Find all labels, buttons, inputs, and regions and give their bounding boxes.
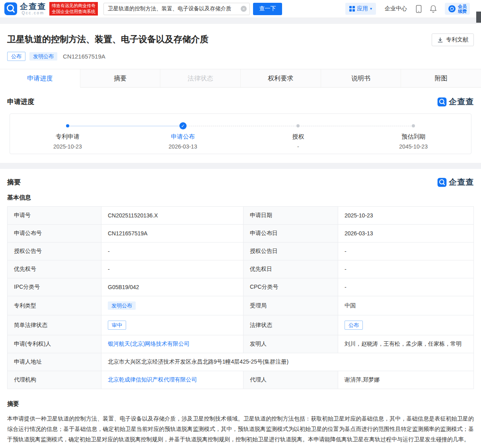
legal-status-tag: 公布: [345, 321, 363, 330]
timeline-step-date: -: [262, 143, 334, 150]
table-row: 申请公布号 CN121657519A 申请公布日 2026-03-13: [8, 225, 474, 243]
field-value: 2026-03-13: [338, 225, 474, 243]
search-button[interactable]: 查一下: [253, 3, 282, 15]
field-label: 优先权号: [8, 260, 101, 278]
table-row: 申请(专利权)人 银河航天(北京)网络技术有限公司 发明人 刘川，赵晓涛，王有松…: [8, 335, 474, 353]
agents-value: 谢清萍,郑梦娜: [338, 371, 474, 389]
timeline-dot-pending: [296, 124, 300, 127]
field-label: 授权公告号: [8, 243, 101, 260]
tab-application-progress[interactable]: 申请进度: [0, 69, 80, 88]
table-row: IPC分类号 G05B19/042 CPC分类号 -: [8, 278, 474, 296]
application-timeline: 专利申请 2025-10-23 ✓ 申请公布 2026-03-13 授权 - 预…: [10, 113, 471, 154]
search-box: ×: [103, 3, 250, 15]
progress-section-title: 申请进度: [7, 97, 34, 106]
patent-type-tag: 发明公布: [29, 52, 57, 61]
timeline-step-date: 2045-10-23: [378, 143, 449, 150]
field-label: 代理机构: [8, 371, 101, 389]
timeline-step-date: 2025-10-23: [32, 143, 103, 150]
tab-figures[interactable]: 附图: [401, 69, 481, 88]
qcc-watermark: 企查查: [437, 96, 474, 107]
field-label: 申请公布日: [243, 225, 338, 243]
field-value: 审中: [101, 315, 243, 335]
patent-title-section: 卫星轨道的控制方法、装置、电子设备以及存储介质 专利文献 公布 发明公布 CN1…: [0, 24, 481, 61]
applicant-company-link[interactable]: 银河航天(北京)网络技术有限公司: [108, 340, 189, 347]
field-value: 北京乾成律信知识产权代理有限公司: [101, 371, 243, 389]
field-value: CN121657519A: [101, 225, 243, 243]
abstract-text: 本申请提供一种卫星轨道的控制方法、装置、电子设备以及存储介质，涉及卫星控制技术领…: [0, 413, 481, 444]
publish-status-tag: 公布: [7, 52, 25, 61]
field-label: 法律状态: [243, 315, 338, 335]
simple-legal-status-tag: 审中: [108, 321, 126, 330]
table-row: 申请人地址 北京市大兴区北京经济技术开发区永昌北路9号1幢4层425-25号(集…: [8, 353, 474, 371]
field-value: -: [338, 260, 474, 278]
patent-document-label: 专利文献: [446, 36, 468, 43]
abstract-title: 摘要: [0, 400, 481, 408]
inventors-value: 刘川，赵晓涛，王有松，孟少康，任家栋，常明: [338, 335, 474, 353]
agency-company-link[interactable]: 北京乾成律信知识产权代理有限公司: [108, 376, 197, 383]
field-label: 申请(专利权)人: [8, 335, 101, 353]
chevron-down-icon: ▾: [370, 7, 372, 11]
logo-text: 企查查 Qcc.com: [20, 2, 46, 15]
field-value: -: [338, 243, 474, 260]
apps-label: 应用: [357, 5, 368, 12]
enterprise-center-link[interactable]: 企业中心: [385, 5, 407, 12]
field-label: 授权公告日: [243, 243, 338, 260]
timeline-step-granted: 授权 -: [262, 114, 334, 150]
patent-document-button[interactable]: 专利文献: [432, 33, 474, 46]
top-navbar: 企查查 Qcc.com 缔造有远见的商业传奇 全国企业信用查询系统 × 查一下 …: [0, 0, 481, 18]
field-value: 中国: [338, 296, 474, 315]
field-label: 申请公布号: [8, 225, 101, 243]
page-gap-top: [0, 18, 481, 24]
field-label: 申请日期: [243, 207, 338, 225]
field-label: 发明人: [243, 335, 338, 353]
slogan-banner: 缔造有远见的商业传奇 全国企业信用查询系统: [49, 2, 98, 16]
timeline-step-published: ✓ 申请公布 2026-03-13: [147, 114, 219, 150]
field-label: 申请人地址: [8, 353, 101, 371]
apps-menu-button[interactable]: 应用 ▾: [345, 3, 376, 15]
tab-abstract[interactable]: 摘要: [80, 69, 161, 88]
renew-icon: [448, 5, 456, 13]
field-label: 代理人: [243, 371, 338, 389]
check-icon: ✓: [179, 122, 187, 129]
tab-legal-status[interactable]: 法律状态: [160, 69, 241, 88]
search-input[interactable]: [103, 3, 250, 15]
clear-search-icon[interactable]: ×: [241, 6, 247, 12]
membership-renew-button[interactable]: 会员 续费: [445, 3, 470, 15]
timeline-dot-done: [66, 124, 69, 127]
scrollbar-track[interactable]: [476, 0, 481, 448]
basic-info-table: 申请号 CN202511520136.X 申请日期 2025-10-23 申请公…: [7, 206, 474, 389]
tab-bar: 申请进度 摘要 法律状态 权利要求 说明书 附图: [0, 69, 481, 88]
logo-domain: Qcc.com: [22, 11, 45, 15]
field-value: 2025-10-23: [338, 207, 474, 225]
basic-info-title: 基本信息: [0, 194, 481, 202]
tab-claims[interactable]: 权利要求: [241, 69, 321, 88]
table-row: 简单法律状态 审中 法律状态 公布: [8, 315, 474, 335]
field-label: CPC分类号: [243, 278, 338, 296]
grid-icon: [349, 6, 355, 12]
slogan-line2: 全国企业信用查询系统: [52, 9, 95, 15]
applicant-address-value: 北京市大兴区北京经济技术开发区永昌北路9号1幢4层425-25号(集群注册): [101, 353, 474, 371]
field-value: G05B19/042: [101, 278, 243, 296]
field-label: 申请号: [8, 207, 101, 225]
member-text: 会员 续费: [458, 4, 467, 14]
phone-icon: [416, 5, 422, 13]
field-value: 银河航天(北京)网络技术有限公司: [101, 335, 243, 353]
notifications-bell-icon[interactable]: [430, 5, 437, 13]
patent-detail-page: 企查查 Qcc.com 缔造有远见的商业传奇 全国企业信用查询系统 × 查一下 …: [0, 0, 481, 444]
summary-section: 摘要 企查查 基本信息 申请号 CN202511520136.X 申请日期 20…: [0, 169, 481, 444]
qcc-logo[interactable]: 企查查 Qcc.com: [4, 2, 46, 16]
slogan-line1: 缔造有远见的商业传奇: [52, 3, 95, 9]
tab-description[interactable]: 说明书: [321, 69, 401, 88]
field-label: 受理局: [243, 296, 338, 315]
mobile-app-icon[interactable]: [416, 5, 422, 13]
qcc-logo-icon: [4, 2, 18, 16]
table-row: 授权公告号 - 授权公告日 -: [8, 243, 474, 260]
field-label: 简单法律状态: [8, 315, 101, 335]
scrollbar-thumb[interactable]: [476, 12, 481, 23]
timeline-step-expiry: 预估到期 2045-10-23: [378, 114, 449, 150]
page-title: 卫星轨道的控制方法、装置、电子设备以及存储介质: [7, 33, 208, 45]
member-line2: 续费: [458, 9, 467, 14]
qcc-watermark-label: 企查查: [449, 177, 474, 188]
qcc-watermark-icon: [437, 97, 447, 107]
field-value: CN202511520136.X: [101, 207, 243, 225]
